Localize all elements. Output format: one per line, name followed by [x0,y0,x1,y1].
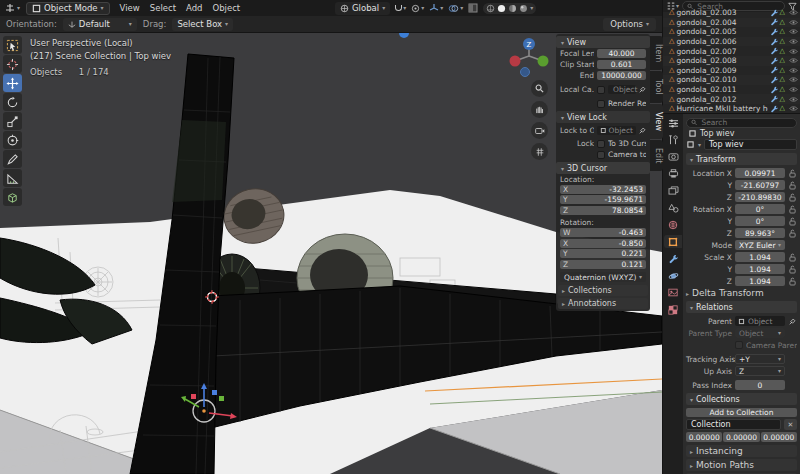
outliner-row[interactable]: △ gondola_02.006 △ [663,37,800,47]
pan-control[interactable] [531,101,548,118]
lock-to-object-field[interactable]: Object [597,126,636,135]
orientation-default-dropdown[interactable]: Default ▾ [63,18,137,31]
cursor-location-field[interactable]: Z78.0854 [560,206,646,215]
eye-icon[interactable] [789,28,798,35]
mesh-data-icon[interactable]: △ [780,105,785,112]
properties-search-input[interactable] [699,117,792,128]
gizmo-toggle[interactable]: ▾ [429,3,443,13]
tab-view-layer-properties[interactable] [664,184,682,197]
annotations-panel-header[interactable]: ▸ Annotations [558,298,648,309]
render-region-checkbox[interactable] [597,100,605,108]
outliner-row[interactable]: △ gondola_02.004 △ [663,18,800,28]
snapping-toggle[interactable]: ▾ [395,5,406,11]
lock-open-icon[interactable] [789,205,796,214]
up-axis-dropdown[interactable]: Z ▾ [735,366,785,376]
properties-search[interactable] [686,118,797,128]
eye-icon[interactable] [789,48,798,55]
mesh-data-icon[interactable]: △ [780,96,785,103]
pass-index-field[interactable]: 0 [735,380,785,390]
lock-open-icon[interactable] [789,193,796,202]
cursor-section-header[interactable]: ▾ 3D Cursor [556,162,650,174]
outliner-row[interactable]: △ gondola_02.007 △ [663,46,800,56]
cursor-location-field[interactable]: X-32.2453 [560,185,646,194]
rotation-field[interactable]: 89.963° [735,228,785,238]
rotate-tool[interactable] [3,93,22,111]
eye-icon[interactable] [789,76,798,83]
menu-item[interactable]: View [116,2,144,14]
shading-solid-icon[interactable] [497,4,506,13]
collections-section-header[interactable]: ▾ Collections [686,393,797,405]
modifier-wrench-icon[interactable] [770,47,778,55]
tab-output-properties[interactable] [664,167,682,180]
tab-tool[interactable]: Tool [650,71,663,103]
lock-open-icon[interactable] [789,169,796,178]
eye-icon[interactable] [789,105,798,112]
select-box-tool[interactable] [3,36,22,54]
overlays-toggle[interactable]: ▾ [448,4,463,13]
transform-section-header[interactable]: ▾ Transform [686,153,797,165]
lock-open-icon[interactable] [789,217,796,226]
tab-object-data-properties[interactable] [664,286,682,299]
tab-texture-properties[interactable] [664,303,682,316]
view-lock-section-header[interactable]: ▾ View Lock [556,111,650,123]
cursor-location-field[interactable]: Y-159.9671 [560,195,646,204]
cursor-rotation-field[interactable]: W-0.463 [560,228,646,237]
local-camera-object-field[interactable]: Object [608,85,636,94]
object-name-field[interactable]: Top wiev [704,139,797,150]
lock-open-icon[interactable] [789,277,796,286]
shading-wireframe-icon[interactable] [486,4,495,13]
proportional-editing-toggle[interactable]: ▾ [411,4,424,13]
eyedropper-icon[interactable] [789,318,796,325]
location-field[interactable]: -210.89830 [735,192,785,202]
measure-tool[interactable] [3,169,22,187]
properties-editor-type-button[interactable] [664,116,682,129]
lock-open-icon[interactable] [789,253,796,262]
scale-field[interactable]: 1.094 [735,252,785,262]
lock-open-icon[interactable] [789,265,796,274]
mesh-data-icon[interactable]: △ [780,28,785,35]
location-field[interactable]: 0.09971 [735,168,785,178]
tab-world-properties[interactable] [664,218,682,231]
instancing-header[interactable]: Instancing [696,446,743,456]
outliner-row[interactable]: △ gondola_02.011 △ [663,85,800,95]
rotation-mode-dropdown[interactable]: Quaternion (WXYZ) ▾ [560,272,646,282]
scale-field[interactable]: 1.094 [735,276,785,286]
perspective-toggle-control[interactable] [531,143,548,160]
collection-name-field[interactable]: Collection [686,419,781,430]
camera-parent-lock-checkbox[interactable] [735,341,743,349]
drag-dropdown[interactable]: Select Box ▾ [172,18,233,31]
zoom-control[interactable] [531,80,548,97]
mesh-data-icon[interactable]: △ [780,9,785,16]
outliner-row[interactable]: △ gondola_02.010 △ [663,75,800,85]
motion-paths-header[interactable]: Motion Paths [696,460,754,470]
move-tool[interactable] [3,74,22,92]
modifier-wrench-icon[interactable] [770,28,778,36]
tab-tool-properties[interactable] [664,133,682,146]
tab-modifier-properties[interactable] [664,252,682,265]
lock-open-icon[interactable] [789,229,796,238]
camera-to-view-checkbox[interactable] [597,151,605,159]
tab-view[interactable]: View [650,104,663,139]
add-cube-tool[interactable] [3,188,22,206]
cursor-rotation-field[interactable]: X-0.850 [560,239,646,248]
modifier-wrench-icon[interactable] [770,57,778,65]
transform-orientation-dropdown[interactable]: Global ▾ [335,2,390,15]
breadcrumb-object[interactable]: Top wiev [700,129,734,138]
mesh-data-icon[interactable]: △ [780,19,785,26]
eye-icon[interactable] [789,67,798,74]
modifier-wrench-icon[interactable] [770,76,778,84]
eyedropper-icon[interactable] [639,86,646,93]
mesh-data-icon[interactable]: △ [780,86,785,93]
tracking-axis-dropdown[interactable]: +Y ▾ [735,354,785,364]
eye-icon[interactable] [789,86,798,93]
eye-icon[interactable] [789,9,798,16]
modifier-wrench-icon[interactable] [770,9,778,17]
parent-object-field[interactable]: Object [735,316,785,326]
local-camera-checkbox[interactable] [597,86,605,94]
transform-tool[interactable] [3,131,22,149]
mesh-data-icon[interactable]: △ [780,67,785,74]
modifier-wrench-icon[interactable] [770,86,778,94]
modifier-wrench-icon[interactable] [770,38,778,46]
eye-icon[interactable] [789,57,798,64]
offset-field[interactable]: 0.00000 [686,432,722,442]
